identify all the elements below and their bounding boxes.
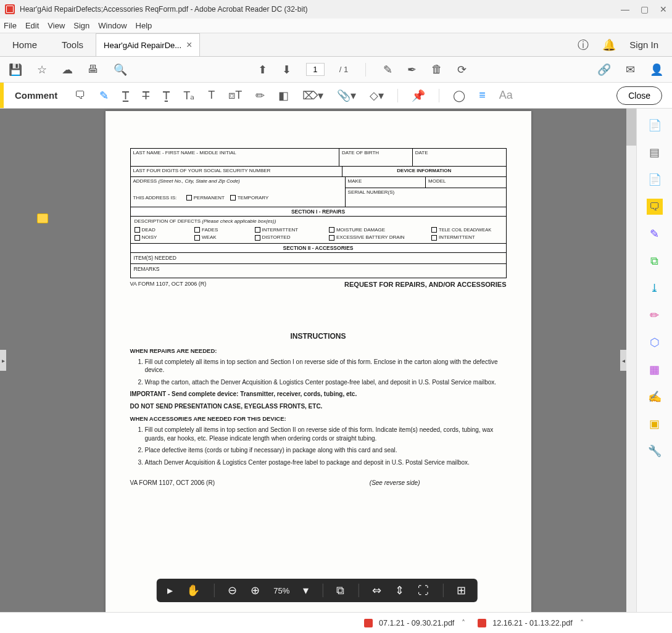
protect-icon[interactable]: ⬡ (647, 334, 663, 350)
chevron-up-icon[interactable]: ˄ (462, 619, 465, 627)
zoom-in-icon[interactable]: ⊕ (251, 584, 260, 597)
field-address: ADDRESS (Street No., City, State and Zip… (131, 177, 346, 207)
menu-window[interactable]: Window (98, 21, 127, 30)
repairs-heading: WHEN REPAIRS ARE NEEDED: (130, 347, 507, 355)
fit-height-icon[interactable]: ⇕ (395, 584, 404, 597)
field-make: MAKE (346, 177, 426, 188)
tab-document[interactable]: Hear'gAid RepairDe... × (96, 33, 200, 56)
close-window-button[interactable]: ✕ (660, 4, 667, 14)
sign-in-link[interactable]: Sign In (629, 39, 658, 50)
scrollbar-thumb[interactable] (626, 109, 636, 146)
help-icon[interactable]: ⓘ (578, 38, 589, 52)
notifications-icon[interactable]: 🔔 (602, 38, 616, 52)
form-footer: VA FORM 1107, OCT 2006 (R) REQUEST FOR R… (130, 278, 507, 288)
insert-text-icon[interactable]: Tₐ (183, 89, 194, 102)
print-icon[interactable]: 🖶 (88, 63, 99, 76)
zoom-out-icon[interactable]: ⊖ (228, 584, 237, 597)
strikethrough-icon[interactable]: T̶ (143, 89, 149, 102)
fullscreen-icon[interactable]: ⛶ (418, 584, 429, 597)
field-model: MODEL (426, 177, 505, 188)
page-number-input[interactable] (306, 63, 325, 76)
comment-label: Comment (4, 90, 68, 101)
menu-edit[interactable]: Edit (25, 21, 39, 30)
menu-view[interactable]: View (48, 21, 65, 30)
attachment-icon[interactable]: 📎▾ (337, 89, 356, 102)
sticky-note-icon[interactable]: 🗨 (75, 89, 86, 102)
pencil-icon[interactable]: ✏ (255, 89, 265, 102)
collapse-left-handle[interactable]: ▸ (0, 350, 6, 371)
minimize-button[interactable]: — (621, 4, 629, 14)
save-icon[interactable]: 💾 (9, 63, 22, 77)
tab-tools[interactable]: Tools (49, 33, 96, 56)
rotate-icon[interactable]: ⟳ (457, 63, 467, 77)
hand-tool-icon[interactable]: ✋ (186, 584, 200, 597)
text-icon[interactable]: T (208, 89, 215, 102)
page-down-icon[interactable]: ⬇ (282, 63, 291, 77)
comment-tool-icon[interactable]: 🗨 (647, 199, 663, 215)
vertical-scrollbar[interactable] (626, 109, 636, 612)
eraser-icon[interactable]: ◧ (278, 89, 289, 102)
replace-text-icon[interactable]: Ṯ (163, 89, 170, 102)
fit-page-icon[interactable]: ⧉ (336, 584, 344, 597)
search-icon[interactable]: 🔍 (114, 63, 127, 77)
read-mode-icon[interactable]: ⊞ (457, 584, 466, 597)
download-item-1[interactable]: 07.1.21 - 09.30.21.pdf ˄ (364, 619, 465, 627)
download-item-2[interactable]: 12.16.21 - 01.13.22.pdf ˄ (478, 619, 583, 627)
star-icon[interactable]: ☆ (37, 63, 47, 77)
export-pdf-icon[interactable]: ⤓ (647, 280, 663, 296)
pin-icon[interactable]: 📌 (412, 89, 425, 102)
fit-width-icon[interactable]: ⇔ (372, 584, 381, 597)
see-reverse: (See reverse side) (370, 479, 420, 487)
menu-help[interactable]: Help (136, 21, 152, 30)
tab-home[interactable]: Home (0, 33, 49, 56)
zoom-dropdown-icon[interactable]: ▾ (303, 584, 309, 597)
selection-tool-icon[interactable]: ▸ (167, 584, 173, 597)
form-top: LAST NAME - FIRST NAME - MIDDLE INITIAL … (130, 148, 507, 278)
organize-pages-icon[interactable]: ⧉ (647, 253, 663, 269)
shapes-icon[interactable]: ◇▾ (370, 89, 384, 102)
edit-sign-icon[interactable]: ✍ (647, 389, 663, 405)
sign-tool-icon[interactable]: ✒ (407, 63, 417, 77)
page-up-icon[interactable]: ⬆ (258, 63, 267, 77)
underline-text-icon[interactable]: T̲ (122, 89, 129, 102)
delete-icon[interactable]: 🗑 (431, 63, 442, 76)
email-icon[interactable]: ✉ (626, 63, 635, 77)
textbox-icon[interactable]: ⧈T (228, 89, 242, 102)
settings-wrench-icon[interactable]: 🔧 (647, 443, 663, 459)
document-viewport[interactable]: LAST NAME - FIRST NAME - MIDDLE INITIAL … (0, 109, 636, 612)
form-number: VA FORM 1107, OCT 2006 (R) (130, 281, 207, 288)
main-toolbar: 💾 ☆ ☁ 🖶 🔍 ⬆ ⬇ / 1 ✎ ✒ 🗑 ⟳ 🔗 ✉ 👤 (0, 57, 672, 83)
highlighter-icon[interactable]: ✎ (99, 89, 109, 102)
menu-sign[interactable]: Sign (73, 21, 89, 30)
sign-pencil-icon[interactable]: ✏ (647, 307, 663, 323)
section2-header: SECTION II - ACCESSORIES (131, 244, 506, 253)
menu-file[interactable]: File (4, 21, 17, 30)
line-thickness-icon[interactable]: ≡ (479, 89, 486, 102)
fill-sign-icon[interactable]: ✎ (647, 226, 663, 242)
cloud-upload-icon[interactable]: ☁ (62, 63, 73, 77)
color-circle-icon[interactable]: ◯ (453, 89, 465, 102)
stamp-icon[interactable]: ⌦▾ (302, 89, 323, 102)
zoom-level-label[interactable]: 75% (273, 586, 289, 595)
close-panel-button[interactable]: Close (616, 86, 662, 105)
maximize-button[interactable]: ▢ (641, 4, 649, 14)
font-aa-icon[interactable]: Aa (499, 89, 513, 102)
window-title: Hear'gAid RepairDefects;Accessories ReqF… (20, 5, 621, 14)
create-pdf-icon[interactable]: 📄 (647, 117, 663, 133)
account-icon[interactable]: 👤 (650, 63, 663, 77)
pdf-file-icon (478, 619, 486, 627)
compress-icon[interactable]: ▣ (647, 416, 663, 432)
sticky-note-annotation[interactable] (37, 213, 48, 223)
chevron-up-icon[interactable]: ˄ (580, 619, 584, 627)
more-tools-icon[interactable]: ▦ (647, 362, 663, 378)
highlight-tool-icon[interactable]: ✎ (383, 63, 392, 77)
edit-pdf-icon[interactable]: 📄 (647, 172, 663, 188)
collapse-right-handle[interactable]: ◂ (620, 350, 626, 371)
tab-close-icon[interactable]: × (186, 39, 192, 51)
defects-label: DESCRIPTION OF DEFECTS (Please check app… (131, 217, 506, 226)
attach-link-icon[interactable]: 🔗 (597, 63, 611, 77)
view-controls-toolbar: ▸ ✋ ⊖ ⊕ 75% ▾ ⧉ ⇔ ⇕ ⛶ ⊞ (156, 579, 477, 602)
field-ssn: LAST FOUR DIGITS OF YOUR SOCIAL SECURITY… (131, 167, 343, 176)
combine-files-icon[interactable]: ▤ (647, 144, 663, 160)
tab-row: Home Tools Hear'gAid RepairDe... × ⓘ 🔔 S… (0, 33, 672, 57)
